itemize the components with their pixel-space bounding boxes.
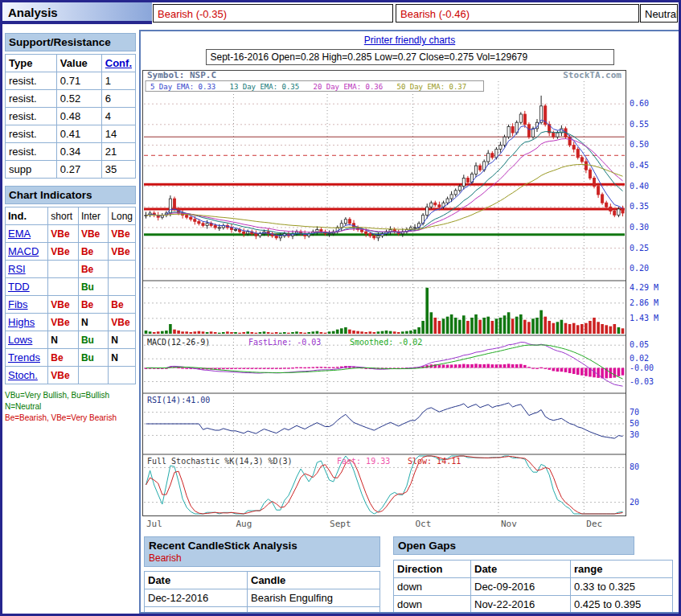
svg-text:Oct: Oct xyxy=(415,519,431,529)
indicator-link[interactable]: Highs xyxy=(8,316,35,328)
open-gaps-table: DirectionDaterangedownDec-09-20160.33 to… xyxy=(393,560,673,614)
table-row: TrendsBeBuN xyxy=(6,349,136,367)
svg-text:0.45: 0.45 xyxy=(630,161,649,170)
svg-text:0.02: 0.02 xyxy=(630,354,649,363)
open-gaps-title: Open Gaps xyxy=(393,536,634,555)
indicator-link[interactable]: RSI xyxy=(8,263,26,275)
svg-text:0.60: 0.60 xyxy=(630,99,649,108)
table-row: EMAVBeVBeVBe xyxy=(6,225,136,243)
svg-text:FastLine: -0.03: FastLine: -0.03 xyxy=(248,338,321,347)
candlestick-table: DateCandleDec-12-2016Bearish EngulfingDe… xyxy=(144,571,380,614)
svg-text:70: 70 xyxy=(630,408,639,417)
svg-text:-0.03: -0.03 xyxy=(630,377,654,386)
page: Analysis Bearish (-0.35) Bearish (-0.46)… xyxy=(0,0,681,616)
bottom-tables: Recent CandleStick Analysis Bearish Date… xyxy=(144,536,679,614)
table-row: resist.0.526 xyxy=(6,90,136,108)
svg-text:50 Day EMA: 0.37: 50 Day EMA: 0.37 xyxy=(397,83,467,91)
table-row: Stoch.VBe xyxy=(6,367,136,384)
table-row: Dec-09-2016Inverted Hammer xyxy=(145,607,380,614)
chart-indicators-table: Ind.shortInterLongEMAVBeVBeVBeMACDVBeBeV… xyxy=(5,207,136,384)
table-row: downDec-09-20160.33 to 0.325 xyxy=(394,578,673,596)
svg-text:0.55: 0.55 xyxy=(630,120,649,129)
table-row: resist.0.484 xyxy=(6,108,136,125)
indicator-legend: VBu=Very Bullish, Bu=Bullish N=Neutral B… xyxy=(5,390,136,424)
table-header-row: DateCandle xyxy=(145,572,380,589)
svg-text:2.86 M: 2.86 M xyxy=(630,298,658,307)
table-row: Dec-12-2016Bearish Engulfing xyxy=(145,589,380,607)
svg-text:-0.00: -0.00 xyxy=(630,363,654,372)
svg-text:80: 80 xyxy=(630,462,639,471)
indicator-link[interactable]: TDD xyxy=(8,281,30,293)
table-row: FibsVBeBeBe xyxy=(6,296,136,314)
table-row: resist.0.711 xyxy=(6,72,136,90)
sidebar: Support/Resistance TypeValueConf.resist.… xyxy=(5,33,136,424)
svg-text:0.30: 0.30 xyxy=(630,223,649,232)
support-resistance-header: Support/Resistance xyxy=(5,33,136,51)
printer-friendly-link[interactable]: Printer friendly charts xyxy=(141,35,679,46)
conf-link[interactable]: Conf. xyxy=(105,57,132,69)
chart-indicators-header: Chart Indicators xyxy=(5,186,136,204)
stock-chart: JulAugSeptOctNovDec0.600.550.500.450.400… xyxy=(142,68,679,533)
sentiment-long-term: Neutral xyxy=(640,4,678,23)
table-row: HighsVBeNVBe xyxy=(6,314,136,331)
legend-bearish: Be=Bearish, VBe=Very Bearish xyxy=(5,413,136,424)
svg-text:Sept: Sept xyxy=(330,519,351,529)
svg-text:4.29 M: 4.29 M xyxy=(630,283,658,292)
indicator-link[interactable]: EMA xyxy=(8,228,31,240)
indicator-link[interactable]: Lows xyxy=(8,334,32,346)
svg-text:0.50: 0.50 xyxy=(630,140,649,149)
page-title: Analysis xyxy=(2,2,152,24)
svg-text:MACD(12-26-9): MACD(12-26-9) xyxy=(147,338,210,347)
svg-text:5 Day EMA: 0.33: 5 Day EMA: 0.33 xyxy=(150,83,215,91)
open-gaps-section: Open Gaps DirectionDaterangedownDec-09-2… xyxy=(393,536,673,614)
svg-text:RSI(14):41.00: RSI(14):41.00 xyxy=(147,396,210,405)
svg-text:0.35: 0.35 xyxy=(630,202,649,211)
svg-text:1.43 M: 1.43 M xyxy=(630,314,658,322)
svg-text:Dec: Dec xyxy=(586,519,602,529)
table-row: downNov-22-20160.425 to 0.395 xyxy=(394,596,673,614)
table-header-row: Ind.shortInterLong xyxy=(6,207,136,225)
svg-text:20: 20 xyxy=(630,498,639,507)
table-header-row: DirectionDaterange xyxy=(394,561,673,578)
indicator-link[interactable]: Stoch. xyxy=(8,369,38,381)
svg-text:StockTA.com: StockTA.com xyxy=(563,70,622,80)
svg-text:Full Stochastic %K(14,3) %D(3): Full Stochastic %K(14,3) %D(3) xyxy=(147,457,293,466)
table-row: resist.0.3421 xyxy=(6,143,136,161)
candlestick-title: Recent CandleStick Analysis xyxy=(149,540,375,552)
support-resistance-table: TypeValueConf.resist.0.711resist.0.526re… xyxy=(5,54,136,179)
svg-text:0.20: 0.20 xyxy=(630,264,649,273)
table-row: RSIBe xyxy=(6,261,136,278)
svg-text:0.05: 0.05 xyxy=(630,340,649,349)
svg-text:13 Day EMA: 0.35: 13 Day EMA: 0.35 xyxy=(230,83,300,91)
svg-text:Aug: Aug xyxy=(236,519,252,529)
indicator-link[interactable]: Fibs xyxy=(8,298,28,310)
main-panel: Printer friendly charts Sept-16-2016 Ope… xyxy=(139,30,680,614)
table-row: TDDBu xyxy=(6,278,136,296)
table-row: MACDVBeBeVBe xyxy=(6,243,136,261)
svg-text:Slow: 14.11: Slow: 14.11 xyxy=(408,457,461,466)
svg-text:Jul: Jul xyxy=(146,519,162,529)
sentiment-intermediate: Bearish (-0.46) xyxy=(396,4,639,23)
table-row: resist.0.4114 xyxy=(6,125,136,143)
svg-text:Smoothed: -0.02: Smoothed: -0.02 xyxy=(350,338,422,347)
sentiment-short-term: Bearish (-0.35) xyxy=(153,4,393,23)
candlestick-analysis-section: Recent CandleStick Analysis Bearish Date… xyxy=(144,536,380,614)
indicator-link[interactable]: MACD xyxy=(8,245,39,257)
svg-text:0.40: 0.40 xyxy=(630,182,649,191)
legend-neutral: N=Neutral xyxy=(5,401,136,413)
svg-text:30: 30 xyxy=(630,430,639,439)
svg-text:50: 50 xyxy=(630,419,639,428)
candlestick-header-band: Recent CandleStick Analysis Bearish xyxy=(144,536,380,567)
indicator-link[interactable]: Trends xyxy=(8,351,40,363)
table-row: LowsNBuN xyxy=(6,331,136,349)
candlestick-signal: Bearish xyxy=(149,552,375,564)
quote-info-box: Sept-16-2016 Open=0.28 High=0.285 Low=0.… xyxy=(206,49,614,65)
svg-text:0.25: 0.25 xyxy=(630,244,649,253)
svg-text:Nov: Nov xyxy=(501,519,517,529)
svg-text:Symbol: NSP.C: Symbol: NSP.C xyxy=(147,70,216,80)
svg-text:20 Day EMA: 0.36: 20 Day EMA: 0.36 xyxy=(314,83,384,91)
legend-bullish: VBu=Very Bullish, Bu=Bullish xyxy=(5,390,136,401)
table-header-row: TypeValueConf. xyxy=(6,55,136,72)
svg-text:Fast: 19.33: Fast: 19.33 xyxy=(337,457,390,466)
table-row: supp0.2735 xyxy=(6,161,136,179)
